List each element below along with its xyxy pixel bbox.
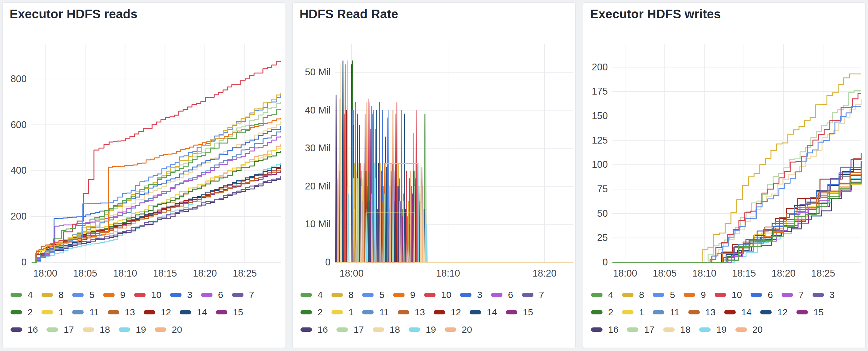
legend-item-7[interactable]: 7 [782, 290, 804, 299]
legend-item-3[interactable]: 3 [170, 290, 192, 299]
legend-item-19[interactable]: 19 [699, 325, 726, 334]
legend-item-5[interactable]: 5 [72, 290, 94, 299]
legend-item-1[interactable]: 1 [332, 308, 354, 317]
legend-item-10[interactable]: 10 [134, 290, 161, 299]
legend-item-6[interactable]: 6 [201, 290, 223, 299]
legend-swatch-icon [119, 327, 130, 332]
legend-item-7[interactable]: 7 [522, 290, 544, 299]
legend-item-10[interactable]: 10 [715, 290, 742, 299]
legend-item-6[interactable]: 6 [751, 290, 773, 299]
legend-item-15[interactable]: 15 [797, 308, 824, 317]
legend-swatch-icon [627, 327, 639, 332]
x-tick-label: 18:20 [193, 268, 217, 279]
legend-item-13[interactable]: 13 [398, 308, 425, 317]
legend-item-17[interactable]: 17 [627, 325, 654, 334]
legend-item-4[interactable]: 4 [10, 290, 33, 299]
legend-swatch-icon [41, 310, 53, 314]
legend-label: 2 [608, 308, 613, 317]
legend-item-14[interactable]: 14 [724, 308, 751, 317]
legend-item-16[interactable]: 16 [301, 325, 328, 334]
legend-swatch-icon [393, 293, 405, 297]
legend-item-9[interactable]: 9 [103, 290, 125, 299]
legend-item-5[interactable]: 5 [653, 290, 675, 299]
legend-item-14[interactable]: 14 [470, 308, 497, 317]
legend-item-20[interactable]: 20 [736, 325, 763, 334]
legend-swatch-icon [622, 310, 633, 314]
legend-item-16[interactable]: 16 [10, 325, 38, 334]
legend-item-1[interactable]: 1 [622, 308, 644, 317]
legend-item-4[interactable]: 4 [591, 290, 613, 299]
legend-swatch-icon [724, 310, 736, 314]
y-tick-label: 0 [602, 257, 608, 268]
legend-item-15[interactable]: 15 [506, 308, 533, 317]
legend-item-5[interactable]: 5 [362, 290, 384, 299]
legend-label: 18 [390, 325, 400, 334]
gridlines [31, 44, 281, 262]
legend-label: 4 [28, 290, 33, 299]
legend-swatch-icon [591, 310, 602, 314]
hdfs-read-rate-chart: 010 Mil20 Mil30 Mil40 Mil50 Mil18:0018:1… [293, 3, 576, 282]
series-line-15 [613, 175, 861, 262]
hdfs-writes-chart: 025507510012515017520018:0018:0518:1018:… [583, 3, 866, 282]
legend-item-1[interactable]: 1 [41, 308, 64, 317]
y-tick-label: 175 [592, 86, 608, 97]
legend-label: 1 [639, 308, 644, 317]
panel-hdfs-read-rate: HDFS Read Rate 010 Mil20 Mil30 Mil40 Mil… [292, 2, 576, 348]
legend-item-20[interactable]: 20 [155, 325, 182, 334]
legend-item-2[interactable]: 2 [591, 308, 613, 317]
legend-item-13[interactable]: 13 [108, 308, 135, 317]
legend-label: 9 [701, 290, 706, 299]
series-line-15 [335, 125, 574, 262]
legend-item-8[interactable]: 8 [622, 290, 644, 299]
legend-item-2[interactable]: 2 [10, 308, 33, 317]
legend-item-3[interactable]: 3 [812, 290, 835, 299]
legend-item-15[interactable]: 15 [216, 308, 243, 317]
legend-item-9[interactable]: 9 [684, 290, 706, 299]
legend-item-4[interactable]: 4 [301, 290, 323, 299]
legend-swatch-icon [201, 293, 213, 297]
legend-item-18[interactable]: 18 [663, 325, 690, 334]
legend-item-17[interactable]: 17 [46, 325, 74, 334]
legend-item-18[interactable]: 18 [373, 325, 400, 334]
legend-item-10[interactable]: 10 [424, 290, 451, 299]
legend-label: 19 [716, 325, 726, 334]
legend-item-20[interactable]: 20 [445, 325, 472, 334]
series-line-10 [32, 61, 281, 262]
legend-label: 20 [752, 325, 763, 334]
legend-item-11[interactable]: 11 [362, 308, 389, 317]
legend-swatch-icon [736, 327, 747, 332]
legend-label: 4 [608, 290, 613, 299]
legend-item-12[interactable]: 12 [144, 308, 171, 317]
legend-item-17[interactable]: 17 [336, 325, 364, 334]
panel-executor-hdfs-writes: Executor HDFS writes 0255075100125150175… [583, 2, 866, 348]
legend-item-11[interactable]: 11 [72, 308, 99, 317]
legend-item-14[interactable]: 14 [180, 308, 207, 317]
legend-item-9[interactable]: 9 [393, 290, 415, 299]
legend-item-12[interactable]: 12 [434, 308, 461, 317]
legend-row: 485910367 [301, 290, 571, 300]
legend-row: 211113121415 [301, 307, 571, 318]
legend-label: 15 [233, 308, 243, 317]
legend-label: 9 [410, 290, 415, 299]
legend-label: 3 [830, 290, 835, 299]
legend-item-12[interactable]: 12 [760, 308, 787, 317]
x-tick-label: 18:25 [232, 268, 257, 279]
legend-item-2[interactable]: 2 [301, 308, 323, 317]
x-tick-label: 18:20 [772, 268, 796, 279]
legend-item-11[interactable]: 11 [653, 308, 679, 317]
legend-item-6[interactable]: 6 [491, 290, 513, 299]
legend-label: 1 [59, 308, 64, 317]
legend-item-3[interactable]: 3 [460, 290, 482, 299]
legend-item-13[interactable]: 13 [688, 308, 716, 317]
legend-swatch-icon [332, 310, 343, 314]
legend-item-19[interactable]: 19 [409, 325, 436, 334]
legend-item-8[interactable]: 8 [41, 290, 64, 299]
legend-item-7[interactable]: 7 [232, 290, 254, 299]
legend-item-8[interactable]: 8 [332, 290, 354, 299]
legend-swatch-icon [10, 293, 22, 297]
legend-item-19[interactable]: 19 [119, 325, 146, 334]
legend-label: 18 [680, 325, 690, 334]
legend-item-16[interactable]: 16 [591, 325, 618, 334]
legend-swatch-icon [760, 310, 772, 314]
legend-item-18[interactable]: 18 [83, 325, 110, 334]
